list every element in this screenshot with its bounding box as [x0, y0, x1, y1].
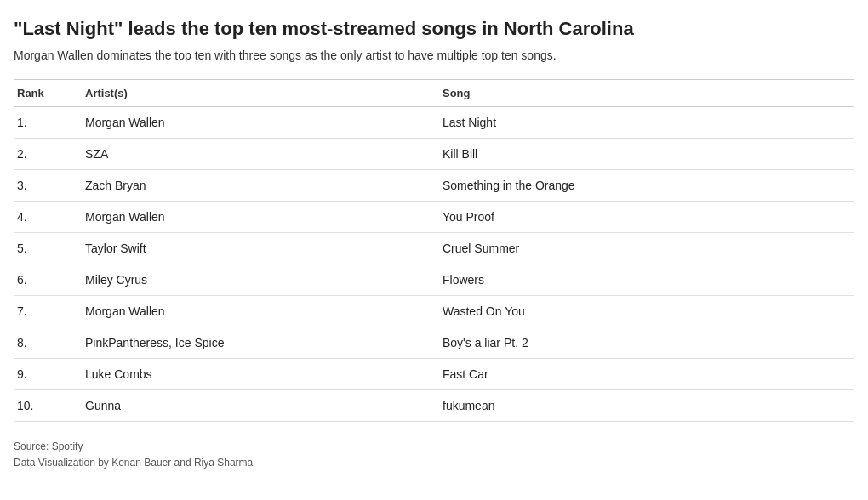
cell-artist: SZA: [82, 138, 439, 169]
cell-song: Something in the Orange: [439, 169, 854, 201]
cell-rank: 7.: [14, 295, 82, 327]
cell-rank: 10.: [14, 389, 82, 421]
cell-artist: PinkPantheress, Ice Spice: [82, 327, 439, 358]
cell-rank: 6.: [14, 264, 82, 295]
cell-artist: Morgan Wallen: [82, 106, 439, 138]
table-row: 7.Morgan WallenWasted On You: [14, 295, 854, 327]
cell-rank: 4.: [14, 201, 82, 232]
cell-rank: 3.: [14, 169, 82, 201]
table-row: 9.Luke CombsFast Car: [14, 358, 854, 389]
table-row: 3.Zach BryanSomething in the Orange: [14, 169, 854, 201]
table-row: 6.Miley CyrusFlowers: [14, 264, 854, 295]
cell-song: fukumean: [439, 389, 854, 421]
cell-artist: Gunna: [82, 389, 439, 421]
cell-artist: Zach Bryan: [82, 169, 439, 201]
cell-song: Last Night: [439, 106, 854, 138]
cell-rank: 1.: [14, 106, 82, 138]
header-song: Song: [439, 79, 854, 106]
cell-artist: Morgan Wallen: [82, 201, 439, 232]
cell-rank: 2.: [14, 138, 82, 169]
cell-artist: Luke Combs: [82, 358, 439, 389]
table-row: 8.PinkPantheress, Ice SpiceBoy's a liar …: [14, 327, 854, 358]
cell-rank: 5.: [14, 232, 82, 264]
cell-song: Flowers: [439, 264, 854, 295]
cell-song: Fast Car: [439, 358, 854, 389]
header-artist: Artist(s): [82, 79, 439, 106]
page-title: "Last Night" leads the top ten most-stre…: [14, 17, 854, 42]
rankings-table: Rank Artist(s) Song 1.Morgan WallenLast …: [14, 79, 854, 422]
cell-song: Boy's a liar Pt. 2: [439, 327, 854, 358]
table-row: 1.Morgan WallenLast Night: [14, 106, 854, 138]
table-row: 10.Gunnafukumean: [14, 389, 854, 421]
header-rank: Rank: [14, 79, 82, 106]
cell-artist: Miley Cyrus: [82, 264, 439, 295]
table-row: 5.Taylor SwiftCruel Summer: [14, 232, 854, 264]
cell-song: You Proof: [439, 201, 854, 232]
cell-rank: 9.: [14, 358, 82, 389]
cell-song: Cruel Summer: [439, 232, 854, 264]
cell-song: Kill Bill: [439, 138, 854, 169]
footer: Source: Spotify Data Visualization by Ke…: [14, 439, 854, 471]
cell-rank: 8.: [14, 327, 82, 358]
table-row: 2.SZAKill Bill: [14, 138, 854, 169]
table-row: 4.Morgan WallenYou Proof: [14, 201, 854, 232]
subtitle: Morgan Wallen dominates the top ten with…: [14, 48, 854, 62]
cell-song: Wasted On You: [439, 295, 854, 327]
footer-line2: Data Visualization by Kenan Bauer and Ri…: [14, 455, 854, 471]
cell-artist: Morgan Wallen: [82, 295, 439, 327]
footer-line1: Source: Spotify: [14, 439, 854, 455]
cell-artist: Taylor Swift: [82, 232, 439, 264]
